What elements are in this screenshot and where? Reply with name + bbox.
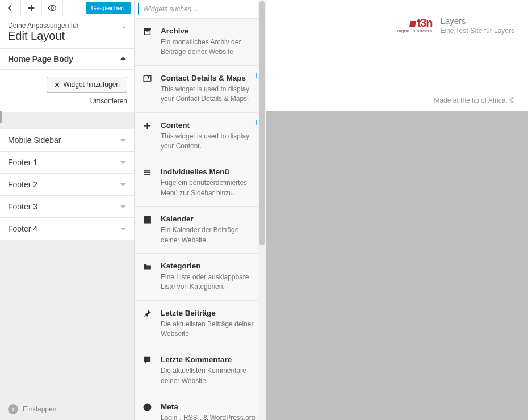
brand-row: t3n digital pioneers Layers Eine Test-Si… bbox=[397, 16, 514, 35]
svg-point-2 bbox=[51, 7, 53, 9]
widget-item[interactable]: Letzte BeiträgeDie aktuellsten Beiträge … bbox=[135, 301, 266, 348]
plus-icon bbox=[143, 121, 152, 132]
active-section-row[interactable]: Home Page Body bbox=[0, 49, 134, 70]
sidebar-section-row[interactable]: Mobile Sidebar bbox=[0, 129, 134, 152]
customizer-title-block[interactable]: Deine Anpassungen für Edit Layout bbox=[0, 16, 134, 49]
sidebar-section-row[interactable]: Footer 1 bbox=[0, 152, 134, 174]
widget-item-title: Letzte Kommentare bbox=[161, 355, 258, 364]
sort-link[interactable]: Umsortieren bbox=[7, 97, 127, 105]
widget-item-desc: This widget is used to display your Cont… bbox=[161, 132, 258, 152]
caret-down-icon bbox=[120, 183, 126, 186]
caret-down-icon bbox=[120, 139, 126, 142]
widget-item-title: Kategorien bbox=[161, 262, 258, 270]
widget-item-title: Individuelles Menü bbox=[161, 167, 258, 176]
chevron-left-icon bbox=[6, 3, 15, 12]
widget-item-desc: Die aktuellsten Beiträge deiner Webseite… bbox=[161, 320, 258, 339]
close-icon bbox=[54, 82, 60, 88]
collapse-label: Einklappen bbox=[23, 405, 56, 413]
svg-rect-12 bbox=[256, 121, 257, 123]
svg-rect-5 bbox=[144, 28, 151, 30]
caret-down-icon bbox=[120, 228, 126, 230]
brand-logo[interactable]: t3n digital pioneers bbox=[397, 17, 433, 33]
add-button[interactable] bbox=[21, 0, 42, 16]
archive-icon bbox=[143, 27, 152, 38]
widget-item[interactable]: KalenderEin Kalender der Beiträge deiner… bbox=[135, 207, 266, 254]
sidebar-spacer bbox=[0, 112, 134, 129]
sidebar-section-label: Footer 3 bbox=[8, 202, 37, 211]
scrollbar-thumb[interactable] bbox=[259, 1, 265, 245]
logo-square-icon bbox=[410, 21, 417, 27]
top-bar: Gespeichert bbox=[0, 0, 134, 16]
svg-rect-16 bbox=[144, 217, 150, 223]
collapse-sidebar-button[interactable]: ‹ Einklappen bbox=[0, 398, 134, 420]
preview-header-area: t3n digital pioneers Layers Eine Test-Si… bbox=[266, 0, 528, 111]
plus-icon bbox=[27, 3, 36, 12]
widget-item-title: Content bbox=[161, 121, 258, 129]
resize-handle-icon[interactable] bbox=[0, 111, 2, 123]
sidebar-section-row[interactable]: Footer 4 bbox=[0, 218, 134, 240]
svg-point-8 bbox=[148, 77, 149, 78]
map-marker-icon bbox=[143, 74, 152, 85]
widget-item-desc: Eine Liste oder ausklappbare Liste von K… bbox=[161, 272, 258, 292]
add-widget-area: Widget hinzufügen Umsortieren bbox=[0, 70, 134, 112]
widget-item-desc: Füge ein benutzerdefiniertes Menü zur Si… bbox=[161, 178, 258, 198]
widget-search-wrap bbox=[135, 0, 266, 19]
site-preview: t3n digital pioneers Layers Eine Test-Si… bbox=[266, 0, 528, 420]
sidebar-section-row[interactable]: Footer 3 bbox=[0, 196, 134, 218]
scrollbar-track[interactable] bbox=[258, 0, 266, 420]
back-button[interactable] bbox=[0, 0, 21, 16]
save-status-button[interactable]: Gespeichert bbox=[86, 2, 131, 14]
widget-item-desc: Ein monatliches Archiv der Beiträge dein… bbox=[161, 37, 258, 57]
customizer-pretitle: Deine Anpassungen für bbox=[8, 22, 126, 30]
widget-item[interactable]: KategorienEine Liste oder ausklappbare L… bbox=[135, 254, 266, 301]
widget-item[interactable]: Letzte KommentareDie aktuellsten Komment… bbox=[135, 347, 266, 394]
widget-item[interactable]: ContentThis widget is used to display yo… bbox=[135, 113, 266, 160]
folder-icon bbox=[143, 262, 152, 273]
widget-item-title: Archive bbox=[161, 27, 258, 35]
svg-rect-6 bbox=[145, 30, 150, 35]
widget-search-input[interactable] bbox=[138, 3, 262, 15]
preview-footer-credit: Made at the tip of Africa. © bbox=[434, 96, 514, 104]
sidebar-section-label: Footer 1 bbox=[8, 158, 37, 167]
widget-item[interactable]: MetaLogin-, RSS-, & WordPress.org-Links. bbox=[135, 394, 266, 420]
menu-icon bbox=[143, 167, 152, 179]
widget-item[interactable]: Individuelles MenüFüge ein benutzerdefin… bbox=[135, 159, 266, 207]
customizer-sidebar: Gespeichert Deine Anpassungen für Edit L… bbox=[0, 0, 135, 420]
svg-rect-9 bbox=[256, 74, 257, 76]
caret-down-icon bbox=[120, 205, 126, 208]
brand-name: t3n bbox=[417, 16, 432, 29]
pushpin-icon bbox=[143, 309, 152, 320]
widget-item-desc: Ein Kalender der Beiträge deiner Website… bbox=[161, 225, 258, 245]
sidebar-section-label: Mobile Sidebar bbox=[8, 136, 61, 145]
widget-list[interactable]: ArchiveEin monatliches Archiv der Beiträ… bbox=[135, 19, 266, 420]
add-widget-button[interactable]: Widget hinzufügen bbox=[47, 77, 127, 93]
collapse-icon: ‹ bbox=[8, 404, 18, 414]
widget-item-title: Contact Details & Maps bbox=[161, 74, 258, 82]
add-widget-label: Widget hinzufügen bbox=[64, 81, 120, 89]
preview-toggle-button[interactable] bbox=[42, 0, 63, 16]
widget-item[interactable]: ArchiveEin monatliches Archiv der Beiträ… bbox=[135, 19, 266, 66]
eye-icon bbox=[48, 3, 57, 12]
caret-up-icon bbox=[120, 57, 126, 60]
chevron-down-icon bbox=[121, 23, 127, 32]
sidebar-section-label: Footer 2 bbox=[8, 180, 37, 189]
brand-subtitle: digital pioneers bbox=[397, 28, 433, 33]
comment-icon bbox=[143, 355, 152, 367]
wordpress-icon bbox=[143, 402, 152, 414]
widgets-panel: ArchiveEin monatliches Archiv der Beiträ… bbox=[135, 0, 266, 420]
calendar-icon bbox=[143, 215, 152, 226]
active-section-label: Home Page Body bbox=[8, 54, 73, 64]
widget-item-title: Letzte Beiträge bbox=[161, 309, 258, 317]
widget-item[interactable]: Contact Details & MapsThis widget is use… bbox=[135, 66, 266, 113]
widget-item-desc: Login-, RSS-, & WordPress.org-Links. bbox=[161, 413, 258, 420]
widget-item-desc: Die aktuellsten Kommentare deiner Websit… bbox=[161, 366, 258, 386]
sidebar-section-row[interactable]: Footer 2 bbox=[0, 174, 134, 196]
widget-item-desc: This widget is used to display your Cont… bbox=[161, 85, 258, 104]
sidebar-section-label: Footer 4 bbox=[8, 224, 37, 233]
caret-down-icon bbox=[120, 161, 126, 164]
preview-site-desc: Eine Test-Site für Layers bbox=[440, 27, 514, 35]
preview-site-title[interactable]: Layers bbox=[440, 16, 514, 26]
widget-item-title: Meta bbox=[161, 402, 258, 411]
customizer-page-title: Edit Layout bbox=[8, 30, 126, 43]
widget-item-title: Kalender bbox=[161, 215, 258, 223]
